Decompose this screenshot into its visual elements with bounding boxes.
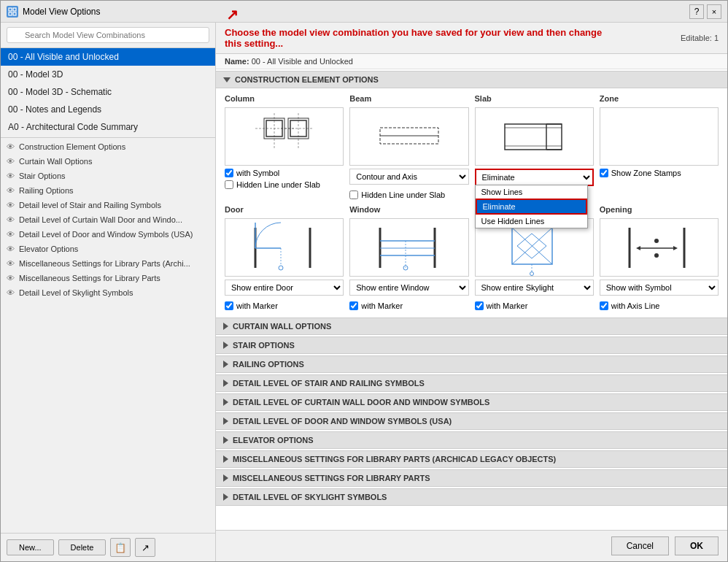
curtain-wall-section-header[interactable]: CURTAIN WALL OPTIONS	[216, 317, 727, 335]
misc-library-section-header[interactable]: MISCELLANEOUS SETTINGS FOR LIBRARY PARTS	[216, 469, 727, 487]
dialog-footer: Cancel OK	[216, 530, 727, 561]
window-marker-label: with Marker	[361, 301, 403, 310]
skylight-marker-label: with Marker	[487, 301, 528, 310]
detail-stair-section-label: DETAIL LEVEL OF STAIR AND RAILING SYMBOL…	[233, 379, 425, 388]
beam-hidden-line-checkbox[interactable]	[349, 190, 358, 199]
export-button[interactable]: ↗	[135, 538, 155, 557]
detail-skylight-section-header[interactable]: DETAIL LEVEL OF SKYLIGHT SYMBOLS	[216, 488, 727, 506]
construction-section-header[interactable]: CONSTRUCTION ELEMENT OPTIONS	[216, 71, 727, 88]
eye-icon-7: 👁	[7, 230, 15, 239]
zone-stamps-checkbox[interactable]	[600, 169, 608, 177]
door-symbol-box	[225, 218, 344, 277]
railing-section-label: RAILING OPTIONS	[233, 360, 304, 369]
eye-icon-10: 👁	[7, 274, 15, 282]
title-bar-left: Model View Options	[7, 6, 101, 18]
editable-label: Editable: 1	[681, 34, 719, 42]
column-with-symbol-checkbox[interactable]	[225, 169, 233, 177]
eye-icon-11: 👁	[7, 288, 15, 297]
window-marker-checkbox[interactable]	[349, 301, 358, 310]
door-marker-checkbox[interactable]	[225, 301, 233, 310]
expand-icon-curtain	[223, 323, 228, 330]
dialog-content: 🔍 00 - All Visible and Unlocked 00 - Mod…	[1, 23, 727, 561]
railing-section-header[interactable]: RAILING OPTIONS	[216, 355, 727, 373]
detail-stair-section-header[interactable]: DETAIL LEVEL OF STAIR AND RAILING SYMBOL…	[216, 374, 727, 392]
slab-dropdown[interactable]: Eliminate Show Lines Use Hidden Lines	[475, 169, 594, 186]
slab-option-hidden-lines[interactable]: Use Hidden Lines	[476, 215, 587, 228]
detail-curtain-section-header[interactable]: DETAIL LEVEL OF CURTAIN WALL DOOR AND WI…	[216, 393, 727, 411]
nav-item-construction[interactable]: 👁 Construction Element Options	[1, 139, 215, 154]
right-content: Name: 00 - All Visible and Unlocked CONS…	[216, 54, 727, 530]
help-button[interactable]: ?	[689, 4, 704, 19]
new-button[interactable]: New...	[7, 539, 54, 555]
detail-door-section-header[interactable]: DETAIL LEVEL OF DOOR AND WINDOW SYMBOLS …	[216, 412, 727, 430]
list-item-2[interactable]: 00 - Model 3D	[1, 66, 215, 83]
list-item-selected[interactable]: 00 - All Visible and Unlocked	[1, 48, 215, 66]
beam-svg	[376, 113, 442, 161]
ok-button[interactable]: OK	[675, 536, 719, 555]
search-box: 🔍	[1, 23, 215, 48]
slab-option-eliminate[interactable]: Eliminate	[476, 199, 587, 215]
left-panel: 🔍 00 - All Visible and Unlocked 00 - Mod…	[1, 23, 216, 561]
list-item-5[interactable]: A0 - Architectural Code Summary	[1, 118, 215, 136]
list-item-4[interactable]: 00 - Notes and Legends	[1, 101, 215, 118]
misc-archicad-section-header[interactable]: MISCELLANEOUS SETTINGS FOR LIBRARY PARTS…	[216, 450, 727, 468]
window-dropdown[interactable]: Show entire Window Show Window Eliminate	[349, 280, 468, 296]
elevator-section-label: ELEVATOR OPTIONS	[233, 436, 314, 444]
svg-point-38	[530, 272, 534, 275]
nav-item-detail-curtain[interactable]: 👁 Detail Level of Curtain Wall Door and …	[1, 212, 215, 227]
nav-item-misc-archi[interactable]: 👁 Miscellaneous Settings for Library Par…	[1, 256, 215, 271]
beam-hidden-line-label: Hidden Line under Slab	[361, 190, 445, 199]
expand-icon-misc-archicad	[223, 455, 228, 463]
cancel-button[interactable]: Cancel	[611, 536, 669, 555]
opening-dropdown[interactable]: Show with Symbol Show Opening Eliminate	[600, 280, 719, 296]
beam-dropdown[interactable]: Contour and Axis Contour Only Axis Only	[349, 169, 468, 185]
slab-col: Slab	[475, 94, 594, 199]
nav-label-6: Detail Level of Curtain Wall Door and Wi…	[19, 215, 182, 224]
eye-icon-9: 👁	[7, 259, 15, 268]
elevator-section-header[interactable]: ELEVATOR OPTIONS	[216, 431, 727, 449]
door-dropdown-wrapper: Show entire Door Show Door Eliminate	[225, 280, 344, 296]
expand-icon-detail-stair	[223, 380, 228, 387]
eye-icon-8: 👁	[7, 245, 15, 253]
nav-item-stair[interactable]: 👁 Stair Options	[1, 169, 215, 183]
nav-label-5: Detail level of Stair and Railing Symbol…	[19, 201, 161, 209]
skylight-marker-checkbox[interactable]	[475, 301, 484, 310]
copy-button[interactable]: 📋	[110, 538, 131, 557]
door-svg	[252, 220, 317, 275]
delete-button[interactable]: Delete	[58, 539, 107, 555]
nav-item-misc-lib[interactable]: 👁 Miscellaneous Settings for Library Par…	[1, 271, 215, 285]
opening-svg	[626, 220, 692, 275]
door-marker-row: with Marker	[225, 301, 344, 310]
annotation-line2: this setting...	[225, 38, 283, 49]
nav-item-railing[interactable]: 👁 Railing Options	[1, 183, 215, 198]
column-svg	[255, 113, 314, 161]
expand-icon-detail-skylight	[223, 493, 228, 501]
expand-icon-elevator	[223, 436, 228, 444]
nav-item-detail-skylight[interactable]: 👁 Detail Level of Skylight Symbols	[1, 285, 215, 300]
beam-dropdown-wrapper: Contour and Axis Contour Only Axis Only	[349, 169, 468, 185]
detail-door-section-label: DETAIL LEVEL OF DOOR AND WINDOW SYMBOLS …	[233, 417, 452, 426]
slab-option-show-lines[interactable]: Show Lines	[476, 185, 587, 199]
skylight-dropdown[interactable]: Show entire Skylight Show Skylight Elimi…	[475, 280, 594, 296]
nav-item-elevator[interactable]: 👁 Elevator Options	[1, 242, 215, 256]
opening-axis-row: with Axis Line	[600, 301, 719, 310]
door-dropdown[interactable]: Show entire Door Show Door Eliminate	[225, 280, 344, 296]
close-button[interactable]: ×	[707, 4, 721, 19]
list-item-3[interactable]: 00 - Model 3D - Schematic	[1, 83, 215, 101]
search-input[interactable]	[7, 27, 209, 43]
nav-item-detail-stair[interactable]: 👁 Detail level of Stair and Railing Symb…	[1, 198, 215, 212]
opening-symbol-box	[600, 218, 719, 277]
stair-section-header[interactable]: STAIR OPTIONS	[216, 336, 727, 354]
right-header: Choose the model view combination you ha…	[216, 23, 727, 54]
misc-library-section-label: MISCELLANEOUS SETTINGS FOR LIBRARY PARTS	[233, 474, 430, 482]
slab-label: Slab	[475, 94, 594, 103]
window-svg	[376, 220, 442, 275]
nav-item-curtain[interactable]: 👁 Curtain Wall Options	[1, 154, 215, 169]
nav-item-detail-door[interactable]: 👁 Detail Level of Door and Window Symbol…	[1, 227, 215, 242]
nav-label-8: Elevator Options	[19, 245, 78, 253]
nav-label-3: Stair Options	[19, 172, 66, 180]
column-hidden-line-checkbox[interactable]	[225, 180, 233, 189]
dialog-title: Model View Options	[23, 7, 101, 17]
opening-axis-checkbox[interactable]	[600, 301, 608, 310]
red-arrow: ↗	[226, 23, 239, 23]
